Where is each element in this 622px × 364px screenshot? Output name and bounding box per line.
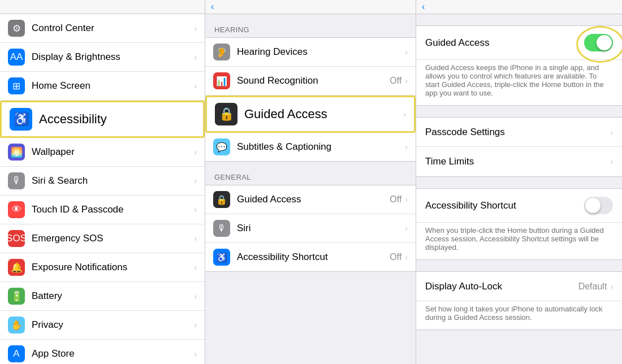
siri-2-mid-label: Siri xyxy=(237,223,405,234)
privacy-icon: ✋ xyxy=(8,317,25,333)
accessibility-shortcut-mid-value: Off xyxy=(390,252,401,262)
accessibility-label: Accessibility xyxy=(39,112,195,127)
hearing-devices-mid-icon: 🦻 xyxy=(213,44,230,60)
left-panel: ⚙Control Center›AADisplay & Brightness›⊞… xyxy=(0,0,205,364)
mid-back-chevron: ‹ xyxy=(211,2,214,12)
right-accessibility-shortcut-toggle-thumb xyxy=(585,198,601,213)
right-guided-access-description: Guided Access keeps the iPhone in a sing… xyxy=(416,60,622,105)
accessibility-shortcut-mid-icon: ♿ xyxy=(213,249,230,266)
hearing-devices-mid-label: Hearing Devices xyxy=(237,46,405,58)
left-item-privacy[interactable]: ✋Privacy› xyxy=(0,311,205,340)
wallpaper-icon: 🌅 xyxy=(8,144,25,161)
guided-access-2-mid-value: Off xyxy=(390,194,401,205)
right-accessibility-shortcut-description: When you triple-click the Home button du… xyxy=(416,223,622,259)
accessibility-shortcut-mid-label: Accessibility Shortcut xyxy=(237,252,390,263)
right-display-autolock-chevron: › xyxy=(610,282,613,291)
right-display-autolock-section: Display Auto-LockDefault›Set how long it… xyxy=(416,271,622,330)
right-guided-access-toggle-wrap xyxy=(584,34,613,51)
left-item-emergency[interactable]: SOSEmergency SOS› xyxy=(0,224,205,253)
mid-item-accessibility-shortcut[interactable]: ♿Accessibility ShortcutOff› xyxy=(205,243,416,271)
right-back-chevron: ‹ xyxy=(422,2,425,12)
right-guided-access-toggle[interactable] xyxy=(584,34,613,51)
guided-access-2-mid-icon: 🔒 xyxy=(213,191,230,208)
mid-item-hearing-devices[interactable]: 🦻Hearing Devices› xyxy=(205,38,416,67)
accessibility-shortcut-mid-chevron: › xyxy=(405,253,408,262)
right-section-4: Display Auto-LockDefault›Set how long it… xyxy=(416,271,622,330)
mid-item-siri-2[interactable]: 🎙Siri› xyxy=(205,214,416,243)
privacy-label: Privacy xyxy=(32,319,194,331)
subtitles-mid-icon: 💬 xyxy=(213,138,230,155)
emergency-icon: SOS xyxy=(8,230,25,247)
privacy-chevron: › xyxy=(194,320,197,330)
right-accessibility-shortcut-label: Accessibility Shortcut xyxy=(425,200,584,211)
label-time-limits: Time Limits xyxy=(425,156,610,167)
right-display-autolock-value: Default xyxy=(578,281,607,292)
battery-icon: 🔋 xyxy=(8,288,25,305)
mid-item-guided-access[interactable]: 🔒Guided Access› xyxy=(205,96,416,133)
left-item-battery[interactable]: 🔋Battery› xyxy=(0,282,205,311)
display-label: Display & Brightness xyxy=(32,51,194,63)
left-item-home-screen[interactable]: ⊞Home Screen› xyxy=(0,72,205,101)
control-center-icon: ⚙ xyxy=(8,20,25,37)
left-item-exposure[interactable]: 🔔Exposure Notifications› xyxy=(0,253,205,282)
emergency-label: Emergency SOS xyxy=(32,233,194,244)
control-center-chevron: › xyxy=(194,24,197,33)
mid-item-subtitles[interactable]: 💬Subtitles & Captioning› xyxy=(205,133,416,161)
siri-2-mid-chevron: › xyxy=(405,224,408,233)
left-item-control-center[interactable]: ⚙Control Center› xyxy=(0,14,205,43)
touchid-chevron: › xyxy=(194,205,197,214)
mid-back-button[interactable]: ‹ xyxy=(211,2,215,12)
siri-2-mid-icon: 🎙 xyxy=(213,220,230,237)
siri-chevron: › xyxy=(194,176,197,185)
subtitles-mid-label: Subtitles & Captioning xyxy=(237,141,405,153)
right-content: Guided AccessGuided Access keeps the iPh… xyxy=(416,14,622,330)
right-accessibility-shortcut-section: Accessibility ShortcutWhen you triple-cl… xyxy=(416,188,622,260)
appstore-label: App Store xyxy=(32,348,194,359)
right-display-autolock-item[interactable]: Display Auto-LockDefault› xyxy=(416,272,622,301)
mid-section-hearing: HEARING xyxy=(205,14,416,37)
left-item-accessibility[interactable]: ♿Accessibility xyxy=(0,101,205,138)
guided-access-2-mid-label: Guided Access xyxy=(237,194,390,205)
mid-item-sound-recognition[interactable]: 📊Sound RecognitionOff› xyxy=(205,67,416,96)
control-center-label: Control Center xyxy=(32,23,194,34)
battery-label: Battery xyxy=(32,291,194,302)
left-item-appstore[interactable]: AApp Store› xyxy=(0,340,205,364)
left-item-wallpaper[interactable]: 🌅Wallpaper› xyxy=(0,138,205,167)
right-back-button[interactable]: ‹ xyxy=(422,2,426,12)
right-accessibility-shortcut-toggle[interactable] xyxy=(584,197,613,214)
right-section-2: Passcode Settings›Time Limits› xyxy=(416,117,622,177)
right-section-3: Accessibility ShortcutWhen you triple-cl… xyxy=(416,188,622,260)
sound-recognition-mid-icon: 📊 xyxy=(213,72,230,89)
mid-section-general: GENERAL xyxy=(205,162,416,185)
subtitles-mid-chevron: › xyxy=(405,142,408,151)
sound-recognition-mid-label: Sound Recognition xyxy=(237,75,390,86)
right-guided-access-item: Guided Access xyxy=(416,26,622,60)
exposure-icon: 🔔 xyxy=(8,259,25,276)
siri-label: Siri & Search xyxy=(32,175,194,187)
mid-nav-bar: ‹ xyxy=(205,0,416,14)
home-screen-chevron: › xyxy=(194,81,197,90)
battery-chevron: › xyxy=(194,292,197,301)
guided-access-mid-label: Guided Access xyxy=(244,107,403,122)
right-panel: ‹ Guided AccessGuided Access keeps the i… xyxy=(416,0,622,364)
display-icon: AA xyxy=(8,49,25,66)
right-section-1: Guided AccessGuided Access keeps the iPh… xyxy=(416,25,622,106)
left-item-siri[interactable]: 🎙Siri & Search› xyxy=(0,167,205,196)
siri-icon: 🎙 xyxy=(8,172,25,189)
mid-item-guided-access-2[interactable]: 🔒Guided AccessOff› xyxy=(205,185,416,214)
mid-list: HEARING🦻Hearing Devices›📊Sound Recogniti… xyxy=(205,14,416,272)
exposure-chevron: › xyxy=(194,263,197,272)
right-item-time-limits[interactable]: Time Limits› xyxy=(416,147,622,176)
appstore-chevron: › xyxy=(194,349,197,358)
right-passcode-timelimits: Passcode Settings›Time Limits› xyxy=(416,117,622,177)
left-item-display[interactable]: AADisplay & Brightness› xyxy=(0,43,205,72)
right-item-passcode-settings[interactable]: Passcode Settings› xyxy=(416,118,622,147)
chevron-passcode-settings: › xyxy=(610,128,613,137)
sound-recognition-mid-chevron: › xyxy=(405,76,408,85)
hearing-devices-mid-chevron: › xyxy=(405,47,408,57)
label-passcode-settings: Passcode Settings xyxy=(425,127,610,138)
mid-section-list: 🦻Hearing Devices›📊Sound RecognitionOff›🔒… xyxy=(205,37,416,162)
left-item-touchid[interactable]: 👁Touch ID & Passcode› xyxy=(0,196,205,224)
wallpaper-chevron: › xyxy=(194,148,197,157)
display-chevron: › xyxy=(194,53,197,62)
